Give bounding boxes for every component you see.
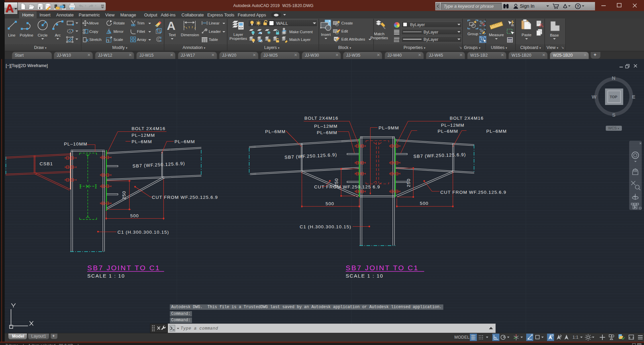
svg-text:PL–12MM: PL–12MM [132, 133, 155, 138]
svg-text:BOLT 2X4M16: BOLT 2X4M16 [132, 126, 165, 131]
svg-text:BOLT 2X4M16: BOLT 2X4M16 [450, 116, 484, 121]
svg-text:SCALE 1 : 10: SCALE 1 : 10 [87, 273, 125, 279]
svg-text:PL–10MM: PL–10MM [64, 141, 88, 147]
svg-text:PL–9MM: PL–9MM [379, 125, 399, 130]
svg-text:N: N [612, 75, 615, 81]
svg-text:250: 250 [406, 178, 411, 187]
svg-text:SB7 JOINT TO C1: SB7 JOINT TO C1 [346, 264, 419, 272]
svg-text:TOP: TOP [610, 95, 617, 99]
svg-text:1:1: 1:1 [573, 335, 578, 340]
svg-text:SB7 (WF.250.125.6.9): SB7 (WF.250.125.6.9) [284, 152, 337, 160]
svg-text:CUT FROM WF.250.125.6.9: CUT FROM WF.250.125.6.9 [440, 190, 506, 195]
svg-text:C1 (H.300.300.10.15): C1 (H.300.300.10.15) [117, 230, 169, 235]
svg-text:C1 (H.300.300.10.15): C1 (H.300.300.10.15) [300, 224, 351, 229]
svg-text:PL–6MM: PL–6MM [132, 139, 152, 144]
svg-text:PL–6MM: PL–6MM [265, 129, 286, 134]
svg-text:E: E [632, 94, 635, 100]
svg-text:250: 250 [121, 191, 127, 199]
svg-text:BOLT 2X4M16: BOLT 2X4M16 [304, 116, 338, 121]
svg-text:500: 500 [420, 201, 429, 206]
svg-text:PL–6MM: PL–6MM [175, 139, 195, 144]
svg-text:PL–12MM: PL–12MM [314, 124, 338, 129]
svg-text:500: 500 [326, 201, 334, 206]
svg-text:PL–6MM: PL–6MM [486, 129, 507, 134]
svg-text:CUT FROM WF.250.125.6.9: CUT FROM WF.250.125.6.9 [152, 195, 218, 200]
svg-text:PL–12MM: PL–12MM [441, 123, 464, 128]
svg-text:S: S [612, 112, 615, 118]
svg-text:SB7 (WF.250.125.6.9): SB7 (WF.250.125.6.9) [132, 161, 185, 169]
svg-text:250: 250 [334, 178, 339, 187]
svg-text:PL–6MM: PL–6MM [317, 130, 337, 135]
svg-text:SB7 JOINT TO C1: SB7 JOINT TO C1 [87, 264, 160, 272]
svg-text:SB7 (WF.250.125.6.9): SB7 (WF.250.125.6.9) [413, 152, 466, 159]
svg-text:500: 500 [130, 213, 139, 218]
svg-text:CSB1: CSB1 [40, 161, 53, 166]
svg-text:PL–6MM: PL–6MM [438, 129, 458, 134]
svg-text:SCALE 1 : 10: SCALE 1 : 10 [346, 273, 384, 279]
svg-text:W: W [592, 94, 597, 100]
svg-text:CUT FROM WF.250.125 6.9: CUT FROM WF.250.125 6.9 [314, 184, 380, 189]
